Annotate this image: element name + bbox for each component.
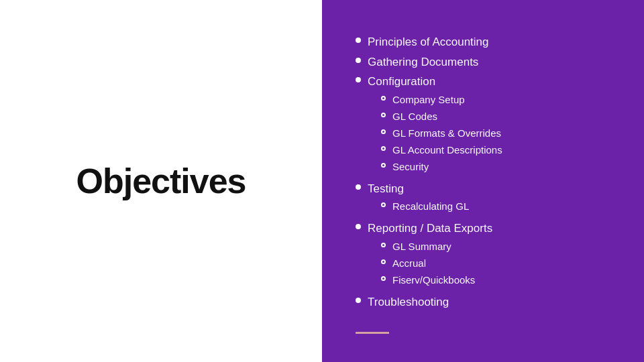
list-item: Gathering Documents [356, 54, 617, 71]
list-item: Accrual [368, 255, 492, 272]
page-title: Objectives [76, 161, 246, 201]
list-item-label: Gathering Documents [368, 56, 478, 68]
bullet-dot-icon [356, 298, 361, 303]
sub-dot-icon [381, 163, 386, 168]
right-panel: Principles of AccountingGathering Docume… [322, 0, 644, 362]
list-item-content: Reporting / Data ExportsGL SummaryAccrua… [368, 220, 492, 291]
sub-item-label: GL Formats & Overrides [392, 125, 501, 141]
bullet-dot-icon [356, 224, 361, 229]
sub-dot-icon [381, 276, 386, 281]
sub-bullet-list: GL SummaryAccrualFiserv/Quickbooks [368, 239, 492, 288]
list-item-content: Gathering Documents [368, 54, 478, 71]
bullet-dot-icon [356, 58, 361, 63]
sub-bullet-list: Company SetupGL CodesGL Formats & Overri… [368, 92, 502, 175]
bullet-dot-icon [356, 38, 361, 43]
sub-item-label: Company Setup [392, 92, 465, 108]
list-item: GL Summary [368, 239, 492, 255]
list-item: Principles of Accounting [356, 34, 617, 51]
sub-dot-icon [381, 243, 386, 247]
list-item: Fiserv/Quickbooks [368, 272, 492, 288]
sub-bullet-list: Recalculating GL [368, 198, 469, 215]
sub-item-label: Recalculating GL [392, 198, 469, 215]
main-bullet-list: Principles of AccountingGathering Docume… [356, 34, 617, 313]
list-item: GL Account Descriptions [368, 142, 502, 158]
sub-item-label: Fiserv/Quickbooks [392, 272, 475, 288]
sub-item-label: Security [392, 159, 429, 175]
sub-dot-icon [381, 146, 386, 151]
list-item: Troubleshooting [356, 294, 617, 311]
bullet-dot-icon [356, 184, 361, 190]
sub-dot-icon [381, 96, 386, 101]
list-item-content: Principles of Accounting [368, 34, 489, 51]
list-item-label: Principles of Accounting [368, 36, 489, 48]
list-item-content: Troubleshooting [368, 294, 449, 311]
list-item-label: Configuration [368, 75, 435, 88]
list-item: Security [368, 159, 502, 175]
underline-bar [356, 332, 389, 334]
sub-item-label: Accrual [392, 255, 426, 272]
list-item: Company Setup [368, 92, 502, 108]
sub-item-label: GL Codes [392, 109, 437, 125]
list-item: TestingRecalculating GL [356, 180, 617, 218]
list-item: Recalculating GL [368, 198, 469, 215]
list-item-content: TestingRecalculating GL [368, 180, 469, 218]
list-item: ConfigurationCompany SetupGL CodesGL For… [356, 73, 617, 178]
list-item-label: Reporting / Data Exports [368, 222, 492, 235]
list-item: GL Codes [368, 109, 502, 125]
sub-item-label: GL Account Descriptions [392, 142, 502, 158]
list-item-content: ConfigurationCompany SetupGL CodesGL For… [368, 73, 502, 178]
list-item: GL Formats & Overrides [368, 125, 502, 141]
sub-dot-icon [381, 259, 386, 264]
list-item-label: Testing [368, 182, 404, 195]
sub-dot-icon [381, 113, 386, 117]
bullet-dot-icon [356, 77, 361, 82]
sub-item-label: GL Summary [392, 239, 451, 255]
sub-dot-icon [381, 202, 386, 207]
list-item: Reporting / Data ExportsGL SummaryAccrua… [356, 220, 617, 291]
left-panel: Objectives [0, 0, 322, 362]
list-item-label: Troubleshooting [368, 296, 449, 308]
sub-dot-icon [381, 129, 386, 134]
